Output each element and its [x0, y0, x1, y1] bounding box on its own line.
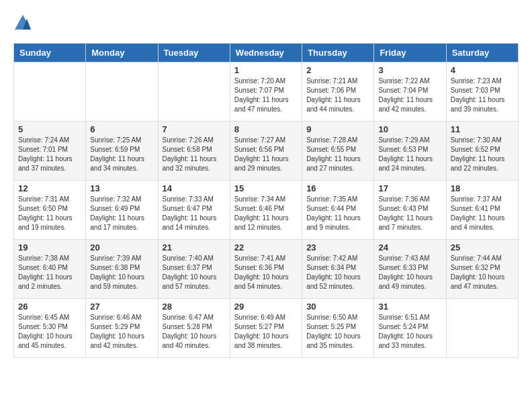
day-info: Sunrise: 6:49 AM Sunset: 5:27 PM Dayligh…: [234, 313, 298, 351]
calendar-cell: 13Sunrise: 7:32 AM Sunset: 6:49 PM Dayli…: [86, 181, 158, 240]
logo: [13, 13, 35, 32]
day-number: 19: [18, 242, 81, 253]
page-header: [13, 13, 519, 32]
day-number: 16: [306, 183, 369, 193]
day-info: Sunrise: 7:41 AM Sunset: 6:36 PM Dayligh…: [234, 254, 298, 291]
day-number: 1: [234, 65, 298, 75]
calendar-cell: 17Sunrise: 7:36 AM Sunset: 6:43 PM Dayli…: [374, 181, 446, 240]
day-number: 31: [378, 302, 441, 312]
calendar-cell: 11Sunrise: 7:30 AM Sunset: 6:52 PM Dayli…: [446, 122, 518, 181]
calendar-cell: 20Sunrise: 7:39 AM Sunset: 6:38 PM Dayli…: [86, 240, 158, 299]
calendar-cell: 30Sunrise: 6:50 AM Sunset: 5:25 PM Dayli…: [302, 299, 374, 358]
day-info: Sunrise: 6:47 AM Sunset: 5:28 PM Dayligh…: [163, 313, 226, 351]
calendar-cell: 22Sunrise: 7:41 AM Sunset: 6:36 PM Dayli…: [230, 240, 302, 299]
day-number: 10: [378, 124, 441, 134]
calendar-week-row: 1Sunrise: 7:20 AM Sunset: 7:07 PM Daylig…: [14, 62, 519, 122]
calendar-cell: 3Sunrise: 7:22 AM Sunset: 7:04 PM Daylig…: [374, 62, 446, 122]
calendar-cell: [446, 299, 518, 358]
calendar-cell: 19Sunrise: 7:38 AM Sunset: 6:40 PM Dayli…: [14, 240, 86, 299]
weekday-header-friday: Friday: [374, 44, 446, 62]
day-number: 2: [306, 65, 369, 75]
calendar-cell: 4Sunrise: 7:23 AM Sunset: 7:03 PM Daylig…: [446, 62, 518, 122]
day-info: Sunrise: 7:23 AM Sunset: 7:03 PM Dayligh…: [451, 77, 514, 114]
calendar-cell: 10Sunrise: 7:29 AM Sunset: 6:53 PM Dayli…: [374, 122, 446, 181]
day-number: 18: [451, 183, 514, 193]
day-number: 8: [234, 124, 298, 134]
calendar-week-row: 19Sunrise: 7:38 AM Sunset: 6:40 PM Dayli…: [14, 240, 519, 299]
day-info: Sunrise: 7:40 AM Sunset: 6:37 PM Dayligh…: [163, 254, 226, 291]
calendar-cell: 9Sunrise: 7:28 AM Sunset: 6:55 PM Daylig…: [302, 122, 374, 181]
day-info: Sunrise: 7:24 AM Sunset: 7:01 PM Dayligh…: [18, 136, 81, 173]
day-info: Sunrise: 7:32 AM Sunset: 6:49 PM Dayligh…: [90, 195, 153, 232]
day-number: 26: [18, 302, 81, 312]
logo-icon: [13, 13, 32, 32]
day-info: Sunrise: 7:37 AM Sunset: 6:41 PM Dayligh…: [451, 195, 514, 232]
calendar-week-row: 5Sunrise: 7:24 AM Sunset: 7:01 PM Daylig…: [14, 122, 519, 181]
calendar-cell: 8Sunrise: 7:27 AM Sunset: 6:56 PM Daylig…: [230, 122, 302, 181]
calendar-cell: 28Sunrise: 6:47 AM Sunset: 5:28 PM Dayli…: [158, 299, 230, 358]
calendar-cell: 24Sunrise: 7:43 AM Sunset: 6:33 PM Dayli…: [374, 240, 446, 299]
day-info: Sunrise: 7:34 AM Sunset: 6:46 PM Dayligh…: [234, 195, 298, 232]
day-info: Sunrise: 7:36 AM Sunset: 6:43 PM Dayligh…: [378, 195, 441, 232]
day-number: 30: [306, 302, 369, 312]
day-info: Sunrise: 7:43 AM Sunset: 6:33 PM Dayligh…: [378, 254, 441, 291]
calendar-cell: 6Sunrise: 7:25 AM Sunset: 6:59 PM Daylig…: [86, 122, 158, 181]
day-number: 9: [306, 124, 369, 134]
day-number: 24: [378, 242, 441, 253]
day-info: Sunrise: 7:42 AM Sunset: 6:34 PM Dayligh…: [306, 254, 369, 291]
day-number: 29: [234, 302, 298, 312]
day-number: 5: [18, 124, 81, 134]
calendar-cell: 14Sunrise: 7:33 AM Sunset: 6:47 PM Dayli…: [158, 181, 230, 240]
day-info: Sunrise: 7:22 AM Sunset: 7:04 PM Dayligh…: [378, 77, 441, 114]
day-info: Sunrise: 7:25 AM Sunset: 6:59 PM Dayligh…: [90, 136, 153, 173]
day-number: 23: [306, 242, 369, 253]
calendar-cell: 29Sunrise: 6:49 AM Sunset: 5:27 PM Dayli…: [230, 299, 302, 358]
weekday-header-monday: Monday: [86, 44, 158, 62]
calendar-cell: 5Sunrise: 7:24 AM Sunset: 7:01 PM Daylig…: [14, 122, 86, 181]
day-info: Sunrise: 7:27 AM Sunset: 6:56 PM Dayligh…: [234, 136, 298, 173]
weekday-header-sunday: Sunday: [14, 44, 86, 62]
calendar-cell: 26Sunrise: 6:45 AM Sunset: 5:30 PM Dayli…: [14, 299, 86, 358]
calendar-cell: 18Sunrise: 7:37 AM Sunset: 6:41 PM Dayli…: [446, 181, 518, 240]
calendar-cell: 1Sunrise: 7:20 AM Sunset: 7:07 PM Daylig…: [230, 62, 302, 122]
day-info: Sunrise: 7:35 AM Sunset: 6:44 PM Dayligh…: [306, 195, 369, 232]
weekday-header-row: SundayMondayTuesdayWednesdayThursdayFrid…: [14, 44, 519, 62]
calendar-cell: [14, 62, 86, 122]
day-info: Sunrise: 6:50 AM Sunset: 5:25 PM Dayligh…: [306, 313, 369, 351]
calendar-table: SundayMondayTuesdayWednesdayThursdayFrid…: [13, 43, 519, 358]
calendar-week-row: 12Sunrise: 7:31 AM Sunset: 6:50 PM Dayli…: [14, 181, 519, 240]
day-number: 12: [18, 183, 81, 193]
day-number: 25: [451, 242, 514, 253]
calendar-week-row: 26Sunrise: 6:45 AM Sunset: 5:30 PM Dayli…: [14, 299, 519, 358]
weekday-header-tuesday: Tuesday: [158, 44, 230, 62]
day-info: Sunrise: 7:31 AM Sunset: 6:50 PM Dayligh…: [18, 195, 81, 232]
day-info: Sunrise: 7:28 AM Sunset: 6:55 PM Dayligh…: [306, 136, 369, 173]
calendar-cell: 15Sunrise: 7:34 AM Sunset: 6:46 PM Dayli…: [230, 181, 302, 240]
day-info: Sunrise: 7:44 AM Sunset: 6:32 PM Dayligh…: [451, 254, 514, 291]
day-info: Sunrise: 6:45 AM Sunset: 5:30 PM Dayligh…: [18, 313, 81, 351]
day-number: 6: [90, 124, 153, 134]
day-info: Sunrise: 7:38 AM Sunset: 6:40 PM Dayligh…: [18, 254, 81, 291]
calendar-cell: 12Sunrise: 7:31 AM Sunset: 6:50 PM Dayli…: [14, 181, 86, 240]
day-number: 27: [90, 302, 153, 312]
day-number: 20: [90, 242, 153, 253]
day-number: 28: [163, 302, 226, 312]
calendar-cell: 2Sunrise: 7:21 AM Sunset: 7:06 PM Daylig…: [302, 62, 374, 122]
day-info: Sunrise: 7:33 AM Sunset: 6:47 PM Dayligh…: [163, 195, 226, 232]
day-info: Sunrise: 7:30 AM Sunset: 6:52 PM Dayligh…: [451, 136, 514, 173]
day-number: 17: [378, 183, 441, 193]
day-info: Sunrise: 7:26 AM Sunset: 6:58 PM Dayligh…: [163, 136, 226, 173]
day-number: 15: [234, 183, 298, 193]
calendar-cell: 31Sunrise: 6:51 AM Sunset: 5:24 PM Dayli…: [374, 299, 446, 358]
weekday-header-saturday: Saturday: [446, 44, 518, 62]
day-number: 14: [163, 183, 226, 193]
calendar-cell: 7Sunrise: 7:26 AM Sunset: 6:58 PM Daylig…: [158, 122, 230, 181]
weekday-header-wednesday: Wednesday: [230, 44, 302, 62]
calendar-cell: 25Sunrise: 7:44 AM Sunset: 6:32 PM Dayli…: [446, 240, 518, 299]
day-info: Sunrise: 7:20 AM Sunset: 7:07 PM Dayligh…: [234, 77, 298, 114]
weekday-header-thursday: Thursday: [302, 44, 374, 62]
day-info: Sunrise: 7:21 AM Sunset: 7:06 PM Dayligh…: [306, 77, 369, 114]
calendar-cell: [158, 62, 230, 122]
calendar-cell: 27Sunrise: 6:46 AM Sunset: 5:29 PM Dayli…: [86, 299, 158, 358]
day-info: Sunrise: 7:29 AM Sunset: 6:53 PM Dayligh…: [378, 136, 441, 173]
